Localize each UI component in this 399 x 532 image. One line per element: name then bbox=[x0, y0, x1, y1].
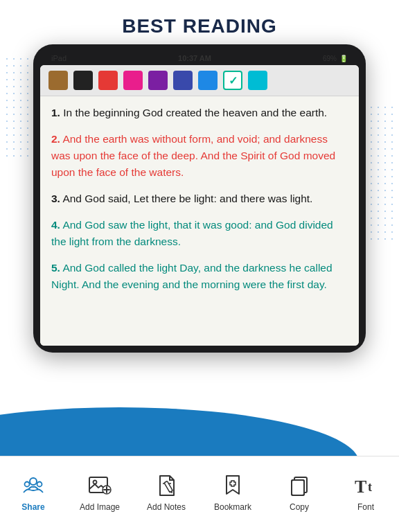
blue-wave-decoration bbox=[0, 407, 399, 463]
copy-action[interactable]: Copy bbox=[274, 471, 324, 512]
bible-content: 1. In the beginning God created the heav… bbox=[40, 96, 359, 346]
share-action[interactable]: Share bbox=[8, 471, 58, 512]
verse-number-5: 5. bbox=[51, 262, 60, 274]
verse-2: 2. And the earth was without form, and v… bbox=[51, 131, 348, 181]
swatch-red[interactable] bbox=[98, 71, 118, 90]
svg-text:t: t bbox=[368, 480, 372, 494]
share-label: Share bbox=[21, 502, 44, 512]
svg-point-0 bbox=[30, 478, 37, 485]
svg-text:T: T bbox=[355, 477, 366, 497]
font-label: Font bbox=[357, 502, 374, 512]
swatch-purple[interactable] bbox=[148, 71, 168, 90]
copy-label: Copy bbox=[290, 502, 309, 512]
font-icon: T t bbox=[352, 471, 380, 499]
verse-text-2: And the earth was without form, and void… bbox=[51, 133, 335, 178]
add-notes-icon bbox=[152, 471, 180, 499]
bookmark-action[interactable]: Bookmark bbox=[208, 471, 258, 512]
tablet-frame: iPad 10:37 AM 69% 🔋 ✓ bbox=[33, 44, 366, 353]
svg-rect-9 bbox=[164, 481, 172, 493]
copy-icon bbox=[285, 471, 313, 499]
verse-text-3: And God said, Let there be light: and th… bbox=[62, 193, 312, 204]
verse-text-4: And God saw the light, that it was good:… bbox=[51, 219, 333, 247]
verse-4: 4. And God saw the light, that it was go… bbox=[51, 217, 348, 250]
status-bar: iPad 10:37 AM 69% 🔋 bbox=[40, 53, 359, 65]
verse-1: 1. In the beginning God created the heav… bbox=[51, 105, 348, 121]
bottom-toolbar: Share Add Image bbox=[0, 456, 399, 532]
status-left: iPad bbox=[51, 54, 66, 62]
status-center: 10:37 AM bbox=[178, 54, 211, 62]
battery-text: 69% bbox=[323, 55, 337, 62]
share-icon bbox=[19, 471, 47, 499]
swatch-dark-blue[interactable] bbox=[173, 71, 193, 90]
verse-number-1: 1. bbox=[51, 107, 60, 118]
add-notes-label: Add Notes bbox=[147, 502, 186, 512]
bookmark-icon bbox=[219, 471, 247, 499]
verse-number-4: 4. bbox=[51, 219, 60, 231]
svg-rect-11 bbox=[292, 480, 304, 495]
verse-text-1: In the beginning God created the heaven … bbox=[63, 107, 327, 118]
verse-number-3: 3. bbox=[51, 193, 60, 204]
page-title: BEST READING bbox=[0, 15, 399, 37]
device-container: iPad 10:37 AM 69% 🔋 ✓ bbox=[0, 44, 399, 353]
swatch-teal-checked[interactable]: ✓ bbox=[223, 71, 242, 90]
header: BEST READING bbox=[0, 0, 399, 44]
tablet-screen: ✓ 1. In the beginning God created the he… bbox=[40, 65, 359, 346]
font-action[interactable]: T t Font bbox=[341, 471, 391, 512]
color-toolbar: ✓ bbox=[40, 65, 359, 96]
status-right: 69% 🔋 bbox=[323, 55, 348, 62]
svg-point-2 bbox=[37, 482, 42, 487]
verse-number-2: 2. bbox=[51, 133, 60, 145]
verse-text-5: And God called the light Day, and the da… bbox=[51, 262, 332, 290]
swatch-black[interactable] bbox=[73, 71, 93, 90]
add-image-icon bbox=[86, 471, 114, 499]
swatch-cyan[interactable] bbox=[248, 71, 267, 90]
bookmark-label: Bookmark bbox=[214, 502, 251, 512]
swatch-brown[interactable] bbox=[48, 71, 68, 90]
add-image-label: Add Image bbox=[80, 502, 120, 512]
svg-point-4 bbox=[94, 481, 97, 484]
swatch-blue[interactable] bbox=[198, 71, 218, 90]
add-notes-action[interactable]: Add Notes bbox=[141, 471, 191, 512]
battery-icon: 🔋 bbox=[339, 55, 348, 62]
checkmark-icon: ✓ bbox=[229, 74, 238, 87]
swatch-pink[interactable] bbox=[123, 71, 143, 90]
svg-point-1 bbox=[25, 482, 30, 487]
verse-5: 5. And God called the light Day, and the… bbox=[51, 260, 348, 293]
verse-3: 3. And God said, Let there be light: and… bbox=[51, 190, 348, 207]
add-image-action[interactable]: Add Image bbox=[75, 471, 125, 512]
